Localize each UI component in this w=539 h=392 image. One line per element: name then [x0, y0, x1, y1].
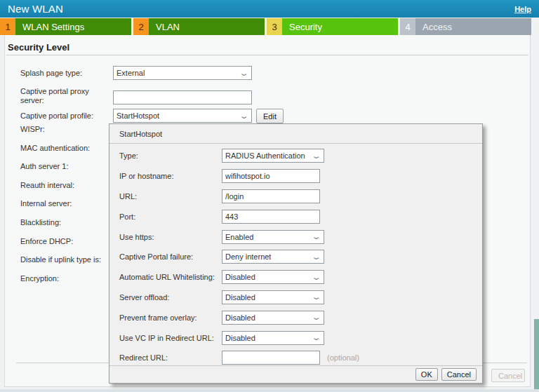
auth-server-1-label: Auth server 1: [20, 162, 101, 181]
type-label: Type: [119, 151, 222, 160]
splash-page-type-label: Splash page type: [20, 69, 82, 78]
chevron-down-icon: ⌄ [311, 273, 321, 282]
window-bottom-edge [0, 389, 539, 392]
captive-portal-proxy-label: Captive portal proxy server: [20, 87, 108, 105]
optional-hint: (optional) [327, 353, 359, 362]
tab-number: 2 [133, 18, 149, 35]
prevent-frame-overlay-select[interactable]: Disabled ⌄ [222, 311, 324, 325]
captive-portal-profile-select[interactable]: StartHotspot ⌄ [113, 109, 252, 123]
chevron-down-icon: ⌄ [311, 313, 321, 322]
blacklisting-label: Blacklisting: [20, 218, 101, 237]
ok-button[interactable]: OK [415, 368, 438, 381]
enforce-dhcp-label: Enforce DHCP: [20, 237, 101, 256]
tab-wlan-settings[interactable]: 1 WLAN Settings [0, 18, 131, 35]
tab-number: 1 [0, 18, 15, 35]
url-input[interactable] [222, 189, 320, 203]
tab-access[interactable]: 4 Access [400, 18, 531, 35]
mac-authentication-label: MAC authentication: [20, 144, 101, 163]
chevron-down-icon: ⌄ [239, 69, 249, 78]
type-select[interactable]: RADIUS Authentication ⌄ [222, 149, 324, 163]
captive-portal-proxy-input[interactable] [113, 90, 252, 104]
splash-page-type-select[interactable]: External ⌄ [113, 66, 252, 80]
new-wlan-window: New WLAN Help 1 WLAN Settings 2 VLAN 3 S… [0, 0, 539, 392]
tab-vlan[interactable]: 2 VLAN [133, 18, 265, 35]
captive-portal-failure-select[interactable]: Deny internet ⌄ [222, 250, 324, 264]
heading-divider [6, 55, 528, 55]
chevron-down-icon: ⌄ [239, 111, 249, 121]
select-value: Disabled [225, 313, 255, 322]
dialog-cancel-button[interactable]: Cancel [441, 368, 477, 381]
select-value: StartHotspot [117, 111, 159, 120]
ip-hostname-label: IP or hostname: [119, 172, 222, 180]
chevron-down-icon: ⌄ [311, 333, 321, 342]
wispr-label: WISPr: [20, 125, 101, 144]
disable-if-uplink-label: Disable if uplink type is: [20, 255, 101, 274]
captive-portal-profile-label: Captive portal profile: [20, 111, 93, 121]
dialog-footer: OK Cancel [109, 365, 482, 383]
edit-button[interactable]: Edit [256, 109, 284, 123]
tab-label: WLAN Settings [15, 18, 131, 35]
tab-security[interactable]: 3 Security [267, 18, 398, 35]
chevron-down-icon: ⌄ [311, 252, 321, 262]
vc-ip-redirect-select[interactable]: Disabled ⌄ [222, 331, 324, 345]
chevron-down-icon: ⌄ [311, 232, 321, 241]
select-value: Deny internet [225, 252, 271, 261]
url-label: URL: [119, 192, 222, 201]
tab-label: Access [415, 18, 531, 35]
port-input[interactable] [222, 210, 320, 224]
redirect-url-label: Redirect URL: [119, 353, 222, 362]
prevent-frame-overlay-label: Prevent frame overlay: [119, 313, 222, 322]
select-value: RADIUS Authentication [225, 151, 305, 160]
port-label: Port: [119, 212, 222, 221]
encryption-label: Encryption: [20, 274, 101, 293]
select-value: Enabled [225, 233, 253, 241]
background-window-sliver [534, 319, 539, 392]
tab-number: 3 [267, 18, 282, 35]
tab-label: VLAN [149, 18, 265, 35]
security-level-heading: Security Level [8, 42, 69, 53]
chevron-down-icon: ⌄ [311, 151, 321, 161]
captive-portal-profile-dialog: StartHotspot Type: RADIUS Authentication… [109, 123, 483, 384]
internal-server-label: Internal server: [20, 199, 101, 218]
select-value: External [117, 69, 145, 77]
captive-portal-failure-label: Captive Portal failure: [119, 252, 222, 261]
server-offload-label: Server offload: [119, 293, 222, 302]
window-title: New WLAN [8, 3, 63, 15]
tab-number: 4 [400, 18, 415, 35]
titlebar: New WLAN Help [0, 0, 539, 18]
ip-hostname-input[interactable] [222, 169, 320, 183]
redirect-url-input[interactable] [222, 351, 320, 365]
use-https-label: Use https: [119, 233, 222, 241]
select-value: Disabled [225, 273, 255, 281]
server-offload-select[interactable]: Disabled ⌄ [222, 290, 324, 304]
tab-label: Security [282, 18, 398, 35]
help-link[interactable]: Help [514, 5, 531, 13]
wizard-tabs: 1 WLAN Settings 2 VLAN 3 Security 4 Acce… [0, 18, 531, 35]
wizard-cancel-button: Cancel [491, 369, 525, 382]
chevron-down-icon: ⌄ [311, 292, 321, 302]
reauth-interval-label: Reauth interval: [20, 181, 101, 200]
security-field-labels: WISPr: MAC authentication: Auth server 1… [20, 125, 101, 292]
select-value: Disabled [225, 334, 255, 342]
vc-ip-redirect-label: Use VC IP in Redirect URL: [119, 334, 222, 342]
auto-url-whitelisting-label: Automatic URL Whitelisting: [119, 273, 222, 281]
dialog-title: StartHotspot [109, 124, 482, 138]
use-https-select[interactable]: Enabled ⌄ [222, 230, 324, 244]
auto-url-whitelisting-select[interactable]: Disabled ⌄ [222, 270, 324, 284]
select-value: Disabled [225, 293, 255, 302]
